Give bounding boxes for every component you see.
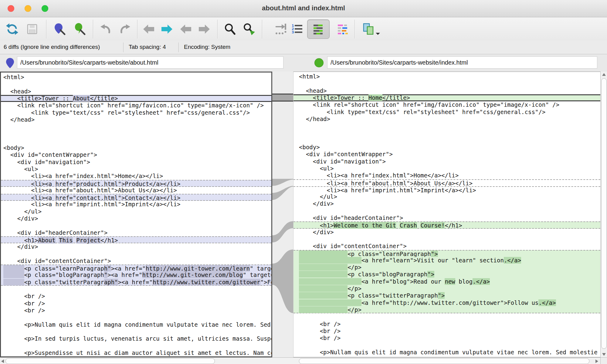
diff-tool-window: about.html and index.html	[0, 0, 607, 364]
redo-button[interactable]	[118, 22, 132, 36]
toolbar-separator	[217, 20, 218, 39]
goto-line-button[interactable]	[274, 22, 287, 36]
right-code-pane[interactable]: <html> <head> <title>Tower :: Home</titl…	[293, 72, 600, 357]
code-line: <html>	[1, 74, 271, 81]
code-line: </head>	[1, 116, 271, 123]
code-line: <title>Tower :: Home</title>	[293, 94, 600, 101]
code-line	[1, 328, 271, 335]
code-line	[1, 81, 271, 88]
refresh-icon	[5, 22, 19, 36]
code-line: <link type="text/css" rel="stylesheet" h…	[293, 109, 600, 116]
left-file-path-field[interactable]	[17, 56, 283, 69]
previous-button[interactable]	[179, 22, 192, 36]
code-line: <br />	[293, 335, 600, 342]
scroll-right-arrow-icon[interactable]	[595, 359, 598, 363]
code-line: <br />	[293, 328, 600, 335]
code-line: <body>	[1, 144, 271, 151]
code-line	[1, 123, 271, 130]
code-line	[1, 130, 271, 137]
code-line: <li><a href="index.html">Home</a></li>	[1, 173, 271, 180]
code-line: <li><a href="contact.html">Contact</a></…	[1, 194, 271, 201]
toolbar-separator	[93, 20, 93, 39]
inline-diff-view-toggle[interactable]	[331, 19, 354, 39]
code-line: <ul>	[293, 165, 600, 172]
search-icon	[223, 22, 236, 36]
code-line: <p class="twitterParagraph">	[293, 292, 600, 299]
blue-marker-pencil-icon	[53, 22, 66, 36]
right-code-lines: <html> <head> <title>Tower :: Home</titl…	[293, 72, 600, 357]
diff-count-label: 6 diffs (Ignore line ending differences)	[4, 44, 100, 50]
code-line: <div id="navigation">	[293, 158, 600, 165]
code-line	[293, 236, 600, 243]
code-line: <div id="contentContainer">	[1, 258, 271, 265]
code-line: <li><a href="imprint.html">Imprint</a></…	[293, 186, 600, 193]
status-separator	[123, 42, 124, 52]
next-diff-arrow-icon	[160, 22, 174, 36]
code-line: <body>	[293, 144, 600, 151]
file-path-row	[0, 54, 607, 72]
copy-merge-button[interactable]	[358, 19, 384, 39]
next-diff-button[interactable]	[160, 22, 174, 36]
code-line: <head>	[293, 87, 600, 94]
find-next-button[interactable]	[242, 22, 256, 36]
code-line: <head>	[1, 88, 271, 95]
code-line: <link rel="shortcut icon" href="img/favi…	[293, 101, 600, 108]
code-line: <p>In sed turpis luctus, venenatis arcu …	[1, 335, 271, 342]
green-marker-pencil-icon	[73, 22, 86, 36]
search-next-icon	[242, 22, 256, 36]
code-line: <a href="blog">Read our new blog.</a>	[293, 278, 600, 285]
left-code-lines: <html> <head> <title>Tower :: About</tit…	[1, 72, 271, 356]
code-line: </ul>	[1, 208, 271, 215]
right-pane-scroll-thumb[interactable]	[299, 358, 589, 364]
code-line: <link rel="shortcut icon" href="img/favi…	[1, 102, 271, 109]
left-pane-scroll-thumb[interactable]	[5, 358, 215, 364]
refresh-button[interactable]	[5, 22, 19, 36]
next-button[interactable]	[198, 22, 211, 36]
code-line: <link type="text/css" rel="stylesheet" h…	[1, 109, 271, 116]
previous-diff-button[interactable]	[142, 22, 155, 36]
diff-connector-gutter	[272, 72, 293, 357]
code-line: <p>Suspendisse ut nisi ac diam auctor al…	[1, 349, 271, 356]
window-title: about.html and index.html	[0, 4, 607, 12]
code-line: <div id="navigation">	[1, 159, 271, 166]
code-line: <br />	[1, 300, 271, 307]
left-file-marker-button[interactable]	[53, 22, 66, 36]
undo-button[interactable]	[99, 22, 112, 36]
code-line	[293, 123, 600, 130]
code-line: <p class="blogParagraph">	[293, 271, 600, 278]
code-line: <br />	[1, 307, 271, 314]
code-line: <p class="learnParagraph">	[293, 250, 600, 257]
left-code-pane[interactable]: <html> <head> <title>Tower :: About</tit…	[0, 72, 272, 357]
vertical-scroll-thumb[interactable]	[601, 78, 607, 349]
code-line	[293, 207, 600, 214]
right-file-marker-button[interactable]	[73, 22, 86, 36]
code-line: <p>Nullam quis elit id magna condimentum…	[1, 321, 271, 328]
scroll-up-arrow-icon[interactable]	[602, 73, 606, 76]
right-file-path-field[interactable]	[327, 56, 597, 69]
code-line: <li><a href="index.html">Home</a></li>	[293, 172, 600, 179]
code-line: <html>	[293, 73, 600, 80]
code-line: <h1>Welcome to the Git Crash Course!</h1…	[293, 221, 600, 228]
scroll-down-arrow-icon[interactable]	[602, 353, 606, 356]
find-button[interactable]	[223, 22, 236, 36]
block-diff-view-toggle[interactable]	[307, 19, 330, 39]
vertical-scrollbar[interactable]	[600, 72, 607, 357]
toolbar-separator	[354, 20, 355, 39]
code-line: <div id="contentWrapper">	[293, 151, 600, 158]
block-diff-view-icon	[307, 22, 329, 36]
code-line: <div id="headerContainer">	[293, 214, 600, 221]
code-line	[1, 137, 271, 144]
code-line: </div>	[1, 243, 271, 250]
code-line: <li><a href="product.html">Product</a></…	[1, 180, 271, 187]
code-line: </div>	[293, 200, 600, 207]
toolbar-separator	[137, 20, 138, 39]
code-line: <a href="learn">Visit our "learn" sectio…	[293, 257, 600, 264]
undo-icon	[99, 22, 112, 36]
save-button[interactable]	[25, 22, 39, 36]
line-numbers-toggle[interactable]: 1 2 3	[291, 22, 304, 36]
redo-icon	[118, 22, 132, 36]
horizontal-scrollbar[interactable]	[0, 357, 600, 364]
encoding-label: Encoding: System	[184, 44, 230, 50]
scroll-left-arrow-icon[interactable]	[1, 359, 4, 363]
status-separator	[178, 42, 179, 52]
